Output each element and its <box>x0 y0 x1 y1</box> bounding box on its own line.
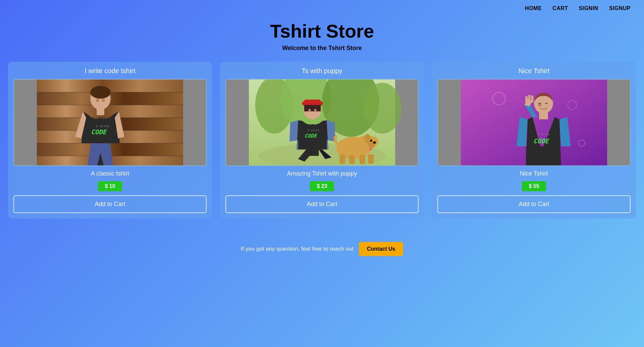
svg-point-19 <box>102 98 105 102</box>
svg-point-36 <box>373 141 376 144</box>
product-grid: I write code tshirt <box>0 62 644 232</box>
product-1-title: I write code tshirt <box>85 67 135 75</box>
product-card-2: Ts with puppy <box>220 62 424 218</box>
nav-signup[interactable]: SIGNUP <box>609 5 631 11</box>
navbar: HOME CART SIGNIN SIGNUP <box>0 0 644 17</box>
svg-point-14 <box>90 86 111 99</box>
product-3-desc: Nice Tshirt <box>520 170 548 177</box>
svg-text:CODE: CODE <box>91 128 107 136</box>
product-2-price: $ 23 <box>310 181 334 191</box>
product-card-1: I write code tshirt <box>8 62 212 218</box>
footer-text: If you got any question, feel free to re… <box>241 246 354 252</box>
nav-home[interactable]: HOME <box>525 5 542 11</box>
svg-text:I write: I write <box>537 133 549 136</box>
svg-rect-39 <box>339 154 345 164</box>
product-1-price: $ 10 <box>98 181 122 191</box>
page-subtitle: Welcome to the Tshirt Store <box>7 45 637 52</box>
product-3-price: $ 55 <box>522 181 546 191</box>
svg-rect-55 <box>531 95 533 102</box>
product-card-3: Nice Tshirt <box>432 62 636 218</box>
svg-rect-52 <box>539 112 548 119</box>
svg-text:I write: I write <box>307 129 319 132</box>
svg-point-38 <box>364 134 371 143</box>
page-title: Tshirt Store <box>7 20 637 42</box>
product-2-image: I write CODE <box>225 79 419 166</box>
svg-rect-17 <box>97 108 104 115</box>
nav-signin[interactable]: SIGNIN <box>579 5 598 11</box>
svg-point-18 <box>96 98 99 102</box>
page-header: Tshirt Store Welcome to the Tshirt Store <box>0 17 644 62</box>
svg-point-44 <box>314 109 317 112</box>
product-1-desc: A classic tshirt <box>91 170 129 177</box>
contact-button[interactable]: Contact Us <box>359 242 403 256</box>
product-3-title: Nice Tshirt <box>519 67 550 75</box>
svg-text:CODE: CODE <box>533 137 549 145</box>
svg-rect-42 <box>368 154 374 164</box>
svg-rect-54 <box>528 95 531 103</box>
add-to-cart-3[interactable]: Add to Cart <box>437 195 631 213</box>
product-3-image: I write CODE <box>437 79 631 166</box>
nav-cart[interactable]: CART <box>552 5 568 11</box>
product-2-title: Ts with puppy <box>302 67 342 75</box>
product-2-desc: Amazing Tshirt with puppy <box>287 170 357 177</box>
svg-rect-41 <box>360 155 365 164</box>
svg-rect-2 <box>37 105 183 118</box>
footer: If you got any question, feel free to re… <box>0 232 644 269</box>
add-to-cart-2[interactable]: Add to Cart <box>225 195 419 213</box>
svg-text:CODE: CODE <box>305 133 317 139</box>
product-1-image: I write CODE <box>13 79 207 166</box>
svg-rect-40 <box>349 155 355 164</box>
svg-rect-53 <box>525 96 528 103</box>
svg-text:I write: I write <box>96 124 109 128</box>
add-to-cart-1[interactable]: Add to Cart <box>13 195 207 213</box>
svg-point-43 <box>308 109 311 112</box>
svg-point-24 <box>363 83 401 134</box>
svg-rect-29 <box>304 105 321 111</box>
